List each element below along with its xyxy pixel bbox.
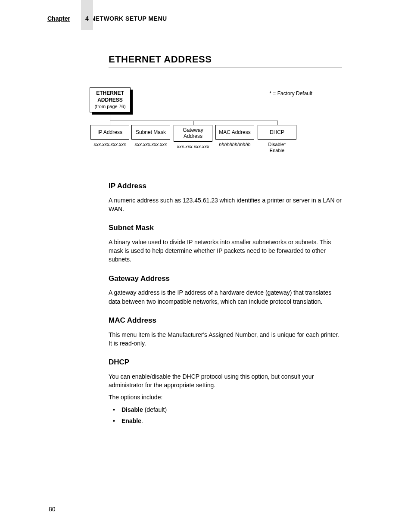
root-line1: ETHERNET: [90, 90, 130, 97]
section-heading: Subnet Mask: [109, 223, 342, 233]
section-subnet-mask: Subnet Mask A binary value used to divid…: [109, 223, 342, 264]
bullet-bold: Enable: [121, 417, 141, 424]
branch-dhcp: DHCP Disable* Enable: [258, 121, 296, 154]
bullet-list: Disable (default) Enable.: [109, 405, 342, 426]
bullet-rest: .: [141, 417, 143, 424]
branch-value: xxx.xxx.xxx.xxx: [131, 141, 170, 147]
branch-value: hhhhhhhhhhhh: [215, 141, 254, 147]
page-title: ETHERNET ADDRESS: [109, 54, 342, 68]
section-paragraph: You can enable/disable the DHCP protocol…: [109, 372, 342, 390]
chapter-label: Chapter: [47, 15, 70, 22]
branch-box: DHCP: [258, 125, 296, 140]
section-mac-address: MAC Address This menu item is the Manufa…: [109, 315, 342, 348]
page-number: 80: [49, 506, 56, 513]
list-item: Disable (default): [109, 405, 342, 414]
menu-diagram: ETHERNET ADDRESS (from page 76) * = Fact…: [88, 86, 308, 159]
list-item: Enable.: [109, 417, 342, 425]
root-box: ETHERNET ADDRESS (from page 76): [90, 87, 131, 112]
chapter-number-box: 4: [81, 0, 93, 30]
chapter-number: 4: [85, 15, 89, 22]
connector-root: [110, 115, 110, 121]
section-heading: Gateway Address: [109, 274, 342, 284]
branch-box: MAC Address: [215, 125, 254, 140]
page-header: Chapter 4 NETWORK SETUP MENU: [47, 15, 364, 22]
connector: [110, 121, 110, 125]
section-ip-address: IP Address A numeric address such as 123…: [109, 181, 342, 213]
connector: [277, 121, 277, 125]
branch-value: xxx.xxx.xxx.xxx: [174, 143, 212, 149]
branch-mac-address: MAC Address hhhhhhhhhhhh: [215, 121, 254, 147]
branch-gateway-address: Gateway Address xxx.xxx.xxx.xxx: [174, 121, 212, 149]
connector: [193, 121, 193, 125]
content-body: IP Address A numeric address such as 123…: [109, 181, 342, 435]
branch-value: Disable* Enable: [258, 141, 296, 154]
section-dhcp: DHCP You can enable/disable the DHCP pro…: [109, 357, 342, 425]
factory-default-note: * = Factory Default: [269, 90, 312, 96]
bullet-bold: Disable: [121, 406, 143, 413]
section-heading: DHCP: [109, 357, 342, 368]
branch-value: xxx.xxx.xxx.xxx: [90, 141, 129, 147]
branch-ip-address: IP Address xxx.xxx.xxx.xxx: [90, 121, 129, 147]
chapter-title: NETWORK SETUP MENU: [91, 15, 167, 22]
branch-box: Gateway Address: [174, 125, 212, 142]
section-heading: IP Address: [109, 181, 342, 192]
connector: [151, 121, 151, 125]
section-heading: MAC Address: [109, 315, 342, 326]
section-paragraph: A numeric address such as 123.45.61.23 w…: [109, 196, 342, 214]
branch-subnet-mask: Subnet Mask xxx.xxx.xxx.xxx: [131, 121, 170, 147]
section-gateway-address: Gateway Address A gateway address is the…: [109, 274, 342, 306]
bullet-rest: (default): [143, 406, 167, 413]
section-paragraph: A gateway address is the IP address of a…: [109, 288, 342, 306]
root-line2: ADDRESS: [90, 97, 130, 104]
branch-box: Subnet Mask: [131, 125, 170, 140]
section-paragraph: This menu item is the Manufacturer's Ass…: [109, 330, 342, 348]
connector: [235, 121, 235, 125]
section-paragraph: A binary value used to divide IP network…: [109, 238, 342, 264]
branch-box: IP Address: [90, 125, 129, 140]
root-line3: (from page 76): [90, 103, 130, 109]
section-paragraph: The options include:: [109, 393, 342, 401]
